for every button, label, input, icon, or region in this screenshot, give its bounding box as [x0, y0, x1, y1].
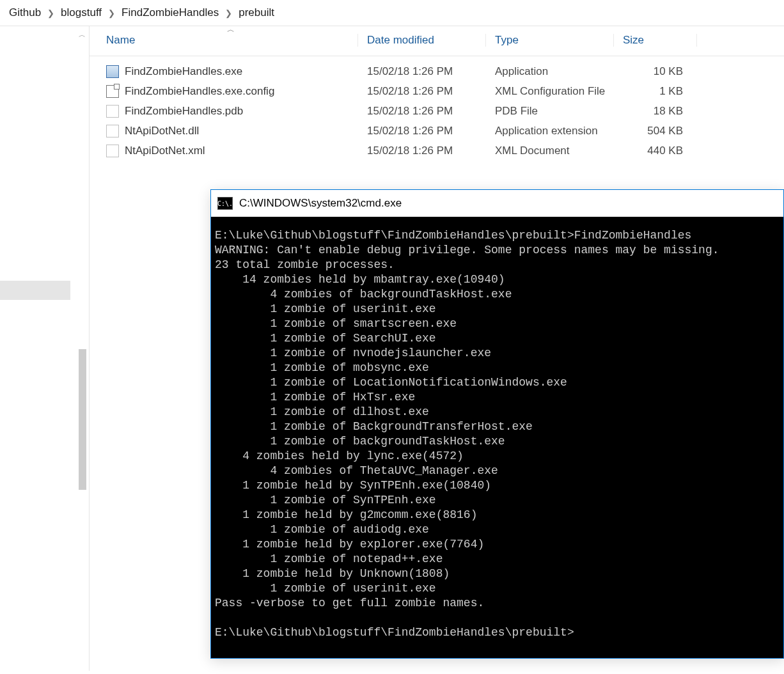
file-size: 18 KB: [614, 105, 697, 118]
col-header-type[interactable]: Type: [486, 34, 614, 47]
cmd-titlebar[interactable]: C:\. C:\WINDOWS\system32\cmd.exe: [211, 190, 783, 217]
exe-icon: [106, 65, 119, 78]
chevron-right-icon: ❯: [225, 8, 232, 18]
nav-selected-item[interactable]: [0, 281, 70, 300]
cmd-icon: C:\.: [217, 197, 233, 210]
file-row[interactable]: FindZombieHandles.exe15/02/18 1:26 PMApp…: [90, 61, 784, 81]
breadcrumb-segment[interactable]: prebuilt: [239, 6, 274, 19]
file-rows: FindZombieHandles.exe15/02/18 1:26 PMApp…: [90, 56, 784, 161]
breadcrumb[interactable]: Github❯blogstuff❯FindZombieHandles❯prebu…: [0, 0, 784, 26]
chevron-right-icon: ❯: [47, 8, 54, 18]
explorer-main: ︿ ︿ Name Date modified Type Size FindZom…: [0, 26, 784, 671]
file-row[interactable]: FindZombieHandles.exe.config15/02/18 1:2…: [90, 81, 784, 101]
file-size: 440 KB: [614, 145, 697, 157]
file-size: 10 KB: [614, 65, 697, 78]
nav-scrollbar-thumb[interactable]: [79, 349, 86, 490]
col-header-size[interactable]: Size: [614, 34, 697, 47]
nav-pane[interactable]: ︿: [0, 26, 90, 671]
file-name: FindZombieHandles.exe.config: [125, 85, 274, 98]
file-date: 15/02/18 1:26 PM: [358, 125, 486, 137]
cmd-window[interactable]: C:\. C:\WINDOWS\system32\cmd.exe E:\Luke…: [210, 189, 784, 659]
file-icon: [106, 105, 119, 118]
file-date: 15/02/18 1:26 PM: [358, 85, 486, 98]
nav-scroll-up-icon[interactable]: ︿: [77, 30, 87, 40]
col-header-date[interactable]: Date modified: [358, 34, 486, 47]
file-size: 504 KB: [614, 125, 697, 137]
file-type: XML Document: [486, 145, 614, 157]
breadcrumb-segment[interactable]: blogstuff: [61, 6, 102, 19]
config-icon: [106, 85, 119, 98]
column-headers: Name Date modified Type Size: [90, 26, 784, 56]
file-date: 15/02/18 1:26 PM: [358, 145, 486, 157]
file-type: Application: [486, 65, 614, 78]
file-icon: [106, 125, 119, 137]
file-list-pane: ︿ Name Date modified Type Size FindZombi…: [90, 26, 784, 671]
file-row[interactable]: NtApiDotNet.xml15/02/18 1:26 PMXML Docum…: [90, 141, 784, 161]
file-date: 15/02/18 1:26 PM: [358, 65, 486, 78]
file-name: NtApiDotNet.dll: [125, 125, 199, 137]
file-row[interactable]: NtApiDotNet.dll15/02/18 1:26 PMApplicati…: [90, 121, 784, 141]
col-header-name[interactable]: Name: [90, 34, 358, 47]
file-name: FindZombieHandles.exe: [125, 65, 242, 78]
cmd-output[interactable]: E:\Luke\Github\blogstuff\FindZombieHandl…: [211, 217, 783, 658]
breadcrumb-segment[interactable]: FindZombieHandles: [122, 6, 219, 19]
file-name: FindZombieHandles.pdb: [125, 105, 243, 118]
file-name: NtApiDotNet.xml: [125, 145, 205, 157]
file-type: PDB File: [486, 105, 614, 118]
chevron-right-icon: ❯: [108, 8, 115, 18]
cmd-title: C:\WINDOWS\system32\cmd.exe: [239, 197, 402, 210]
file-size: 1 KB: [614, 85, 697, 98]
file-icon: [106, 145, 119, 157]
file-row[interactable]: FindZombieHandles.pdb15/02/18 1:26 PMPDB…: [90, 101, 784, 121]
breadcrumb-segment[interactable]: Github: [9, 6, 41, 19]
sort-indicator-icon[interactable]: ︿: [227, 24, 235, 35]
file-date: 15/02/18 1:26 PM: [358, 105, 486, 118]
file-type: XML Configuration File: [486, 85, 614, 98]
file-type: Application extension: [486, 125, 614, 137]
